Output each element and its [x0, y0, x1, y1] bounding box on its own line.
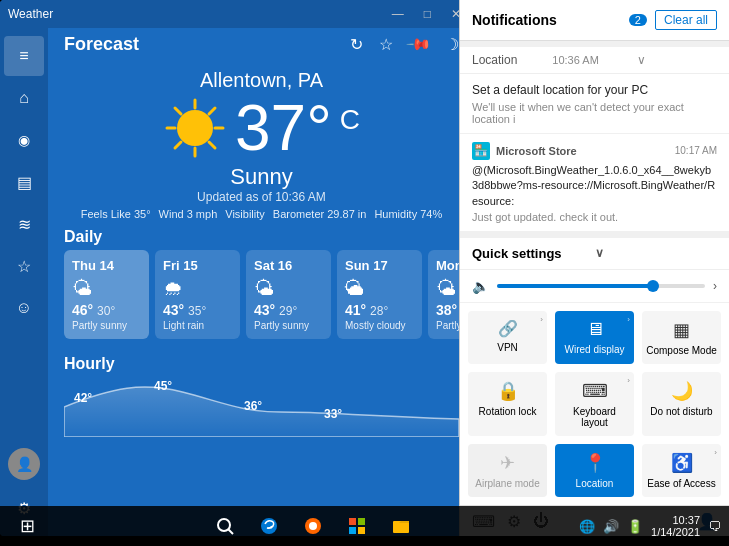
airplane-mode-icon: ✈ — [500, 452, 515, 474]
clear-all-button[interactable]: Clear all — [655, 10, 717, 30]
taskbar-battery-icon[interactable]: 🔋 — [627, 519, 643, 534]
quick-settings-chevron-icon: ∨ — [595, 246, 718, 260]
app-body: ≡ ⌂ ◉ ▤ ≋ ☆ ☺ 👤 ⚙ Forecast ↻ ☆ 📌 ☽ — [0, 28, 475, 536]
do-not-disturb-label: Do not disturb — [650, 406, 712, 417]
qs-tile-rotation-lock[interactable]: 🔒 Rotation lock — [468, 372, 547, 436]
minimize-btn[interactable]: — — [386, 7, 410, 21]
qs-tile-ease-of-access[interactable]: › ♿ Ease of Access — [642, 444, 721, 497]
rotation-lock-label: Rotation lock — [479, 406, 537, 417]
store-notif-header: 🏪 Microsoft Store 10:17 AM — [472, 142, 717, 160]
location-notification: Set a default location for your PC We'll… — [460, 74, 729, 134]
notifications-items: Location 10:36 AM ∨ Set a default locati… — [460, 47, 729, 232]
sidebar-item-menu[interactable]: ≡ — [4, 36, 44, 76]
volume-icon: 🔈 — [472, 278, 489, 294]
compose-mode-label: Compose Mode — [646, 345, 717, 356]
temperature: 37° — [235, 96, 332, 160]
taskbar-network-icon[interactable]: 🌐 — [579, 519, 595, 534]
refresh-icon[interactable]: ↻ — [350, 35, 363, 54]
qs-tile-location[interactable]: 📍 Location — [555, 444, 634, 497]
qs-tile-airplane-mode[interactable]: ✈ Airplane mode — [468, 444, 547, 497]
qs-tile-wired-display[interactable]: › 🖥 Wired display — [555, 311, 634, 364]
humidity: Humidity 74% — [374, 208, 442, 220]
qs-tile-compose-mode[interactable]: ▦ Compose Mode — [642, 311, 721, 364]
sidebar-avatar[interactable]: 👤 — [8, 448, 40, 480]
moon-icon[interactable]: ☽ — [445, 35, 459, 54]
taskbar-store-icon[interactable] — [337, 508, 377, 544]
sidebar-item-news[interactable]: ◉ — [4, 120, 44, 160]
favorites-icon[interactable]: ☆ — [379, 35, 393, 54]
taskbar-cortana-icon[interactable] — [293, 508, 333, 544]
store-notif-time: 10:17 AM — [675, 145, 717, 156]
svg-line-6 — [209, 142, 215, 148]
daily-day-3: Sun 17 — [345, 258, 414, 273]
sun-icon — [163, 96, 227, 160]
sidebar-item-home[interactable]: ⌂ — [4, 78, 44, 118]
quick-settings-header[interactable]: Quick settings ∨ — [460, 238, 729, 270]
hourly-title: Hourly — [48, 347, 475, 377]
daily-day-2: Sat 16 — [254, 258, 323, 273]
volume-slider[interactable] — [497, 284, 705, 288]
hourly-temp-3: 33° — [324, 407, 342, 421]
daily-day-0: Thu 14 — [72, 258, 141, 273]
location-group-header[interactable]: Location 10:36 AM ∨ — [460, 47, 729, 74]
do-not-disturb-icon: 🌙 — [671, 380, 693, 402]
daily-temps-0: 46° 30° — [72, 302, 141, 318]
search-icon — [215, 516, 235, 536]
daily-desc-1: Light rain — [163, 320, 232, 331]
sidebar-item-chart[interactable]: ≋ — [4, 204, 44, 244]
volume-fill — [497, 284, 653, 288]
taskbar-edge-icon[interactable] — [249, 508, 289, 544]
daily-card-sun[interactable]: Sun 17 🌥 41° 28° Mostly cloudy — [337, 250, 422, 339]
taskbar-notification-icon[interactable]: 🗨 — [708, 519, 721, 534]
app-title: Forecast — [64, 34, 350, 55]
sidebar-item-smile[interactable]: ☺ — [4, 288, 44, 328]
keyboard-layout-label: Keyboard layout — [559, 406, 630, 428]
svg-line-5 — [175, 108, 181, 114]
sidebar-item-maps[interactable]: ▤ — [4, 162, 44, 202]
qs-tile-keyboard-layout[interactable]: › ⌨ Keyboard layout — [555, 372, 634, 436]
feels-like: Feels Like 35° — [81, 208, 151, 220]
sidebar: ≡ ⌂ ◉ ▤ ≋ ☆ ☺ 👤 ⚙ — [0, 28, 48, 536]
taskbar-volume-icon[interactable]: 🔊 — [603, 519, 619, 534]
qs-tile-vpn[interactable]: › 🔗 VPN — [468, 311, 547, 364]
store-notif-subtext: Just got updated. check it out. — [472, 211, 717, 223]
barometer: Barometer 29.87 in — [273, 208, 367, 220]
window-controls: — □ ✕ — [386, 7, 467, 21]
location-notif-subtext: We'll use it when we can't detect your e… — [472, 101, 717, 125]
daily-temps-1: 43° 35° — [163, 302, 232, 318]
ease-of-access-icon: ♿ — [671, 452, 693, 474]
daily-card-fri[interactable]: Fri 15 🌧 43° 35° Light rain — [155, 250, 240, 339]
wired-display-icon: 🖥 — [586, 319, 604, 340]
sidebar-item-favorites[interactable]: ☆ — [4, 246, 44, 286]
maximize-btn[interactable]: □ — [418, 7, 437, 21]
daily-icon-3: 🌥 — [345, 277, 414, 300]
taskbar: ⊞ — [0, 506, 729, 546]
taskbar-file-explorer-icon[interactable] — [381, 508, 421, 544]
svg-line-10 — [228, 529, 233, 534]
pin-icon[interactable]: 📌 — [405, 31, 433, 59]
taskbar-date-display: 1/14/2021 — [651, 526, 700, 538]
taskbar-clock[interactable]: 10:37 1/14/2021 — [651, 514, 700, 538]
svg-line-7 — [209, 108, 215, 114]
weather-main: Allentown, PA — [48, 61, 475, 220]
svg-rect-15 — [358, 518, 365, 525]
daily-desc-0: Partly sunny — [72, 320, 141, 331]
store-notif-text: @(Microsoft.BingWeather_1.0.6.0_x64__8we… — [472, 163, 717, 209]
daily-desc-3: Mostly cloudy — [345, 320, 414, 331]
quick-settings-grid: › 🔗 VPN › 🖥 Wired display ▦ Compose Mode… — [460, 303, 729, 505]
vpn-icon: 🔗 — [498, 319, 518, 338]
city-name: Allentown, PA — [200, 69, 323, 92]
daily-icon-1: 🌧 — [163, 277, 232, 300]
daily-card-sat[interactable]: Sat 16 🌤 43° 29° Partly sunny — [246, 250, 331, 339]
taskbar-search-icon[interactable] — [205, 508, 245, 544]
daily-card-thu[interactable]: Thu 14 🌤 46° 30° Partly sunny — [64, 250, 149, 339]
cortana-icon — [303, 516, 323, 536]
volume-arrow-icon[interactable]: › — [713, 279, 717, 293]
keyboard-layout-icon: ⌨ — [582, 380, 608, 402]
svg-point-0 — [177, 110, 213, 146]
notifications-header: Notifications 2 Clear all — [460, 0, 729, 41]
qs-tile-do-not-disturb[interactable]: 🌙 Do not disturb — [642, 372, 721, 436]
start-button[interactable]: ⊞ — [8, 515, 47, 537]
title-bar: Weather — □ ✕ — [0, 0, 475, 28]
daily-scroll[interactable]: Thu 14 🌤 46° 30° Partly sunny Fri 15 🌧 4… — [48, 250, 475, 347]
